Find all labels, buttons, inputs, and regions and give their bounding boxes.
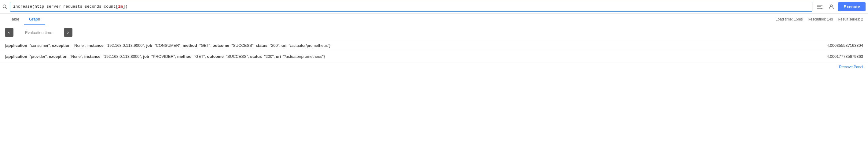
search-icon	[2, 4, 7, 9]
tabs-row: Table Graph Load time: 15ms Resolution: …	[0, 14, 868, 25]
profile-button[interactable]	[827, 2, 836, 11]
meta-info: Load time: 15ms Resolution: 14s Result s…	[776, 17, 863, 21]
time-range: 1m	[118, 4, 123, 9]
remove-panel-link[interactable]: Remove Panel	[839, 65, 863, 69]
svg-line-1	[6, 8, 7, 9]
resolution: Resolution: 14s	[808, 17, 833, 21]
tabs-left: Table Graph	[5, 14, 45, 25]
query-input[interactable]: increase(http_server_requests_seconds_co…	[10, 2, 812, 11]
table-row: {application="consumer", exception="None…	[0, 40, 868, 51]
load-time: Load time: 15ms	[776, 17, 803, 21]
toolbar-icons: Execute	[815, 2, 866, 11]
prev-button[interactable]: <	[5, 28, 13, 37]
footer: Remove Panel	[0, 62, 868, 72]
eval-label: Evaluation time	[16, 30, 61, 35]
search-bar: increase(http_server_requests_seconds_co…	[0, 0, 868, 14]
format-button[interactable]	[815, 2, 825, 11]
query-text: increase(http_server_requests_seconds_co…	[13, 4, 127, 9]
row-labels-1: {application="provider", exception="None…	[5, 54, 820, 59]
result-series: Result series: 2	[838, 17, 863, 21]
row-value-0: 4.000355587163304	[820, 43, 863, 48]
next-button[interactable]: >	[64, 28, 72, 37]
eval-row: < Evaluation time >	[0, 25, 868, 40]
data-table: {application="consumer", exception="None…	[0, 40, 868, 62]
execute-button[interactable]: Execute	[838, 2, 866, 11]
row-labels-0: {application="consumer", exception="None…	[5, 43, 820, 48]
tab-graph[interactable]: Graph	[24, 14, 45, 25]
table-row: {application="provider", exception="None…	[0, 51, 868, 62]
row-value-1: 4.000177785679363	[820, 54, 863, 59]
tab-table[interactable]: Table	[5, 14, 24, 25]
